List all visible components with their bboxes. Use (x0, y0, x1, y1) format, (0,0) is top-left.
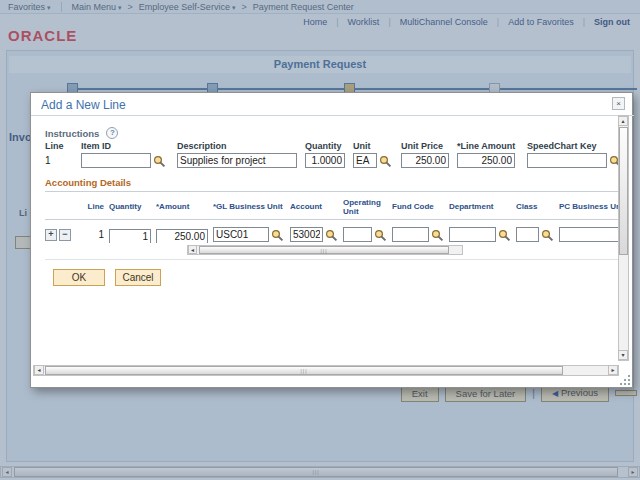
unit-lookup-icon[interactable] (379, 154, 392, 167)
col-gl-business-unit: *GL Business Unit (213, 202, 285, 211)
modal-buttons: OK Cancel (53, 269, 161, 286)
col-account: Account (290, 202, 338, 211)
field-description: Description (177, 141, 297, 168)
modal-hscroll-thumb[interactable]: ||| (45, 366, 563, 375)
row-department-input[interactable] (449, 227, 496, 242)
quantity-label: Quantity (305, 141, 345, 153)
operating-unit-lookup-icon[interactable] (374, 228, 387, 241)
line-amount-label: *Line Amount (457, 141, 519, 153)
modal-title: Add a New Line (41, 98, 126, 112)
account-lookup-icon[interactable] (325, 228, 338, 241)
row-class-input[interactable] (516, 227, 539, 242)
unit-input[interactable] (353, 153, 377, 168)
class-lookup-icon[interactable] (541, 228, 554, 241)
modal-vscroll-thumb[interactable] (619, 127, 628, 255)
col-line: Line (76, 202, 104, 211)
gl-business-unit-lookup-icon[interactable] (271, 228, 284, 241)
accounting-details-title: Accounting Details (45, 177, 619, 192)
unit-price-input[interactable] (401, 153, 449, 168)
grid-bottom-divider (45, 259, 619, 260)
description-label: Description (177, 141, 297, 153)
col-department: Department (449, 202, 511, 211)
accounting-grid-row: + − 1 (45, 226, 619, 243)
scroll-right-icon[interactable]: ▸ (608, 365, 618, 375)
row-account-input[interactable] (290, 227, 323, 242)
unit-label: Unit (353, 141, 393, 153)
screen: Favorites▾ Main Menu▾ > Employee Self-Se… (0, 0, 640, 480)
fund-code-lookup-icon[interactable] (431, 228, 444, 241)
line-amount-input[interactable] (457, 153, 515, 168)
col-fund-code: Fund Code (392, 202, 444, 211)
col-amount: *Amount (156, 202, 208, 211)
field-unit-price: Unit Price (401, 141, 449, 168)
ok-button[interactable]: OK (53, 269, 105, 286)
item-id-lookup-icon[interactable] (153, 154, 166, 167)
row-fund-code-input[interactable] (392, 227, 429, 242)
line-fields-row: Line 1 Item ID Description Quantity Unit (45, 141, 623, 168)
field-unit: Unit (353, 141, 393, 168)
row-gl-business-unit-input[interactable] (213, 227, 269, 242)
modal-hscrollbar: ◂ ||| ▸ (33, 365, 619, 376)
row-amount-input[interactable] (156, 229, 208, 244)
resize-grip[interactable] (621, 376, 630, 385)
col-class: Class (516, 202, 554, 211)
thumb-grip: ||| (200, 247, 448, 255)
row-quantity-input[interactable] (109, 229, 151, 244)
grid-hscroll-thumb[interactable]: ||| (199, 246, 449, 254)
add-row-button[interactable]: + (45, 229, 57, 241)
quantity-input[interactable] (305, 153, 345, 168)
row-line-number: 1 (76, 229, 104, 240)
row-pc-business-unit-input[interactable] (559, 227, 619, 242)
cancel-button[interactable]: Cancel (115, 269, 161, 286)
speedchart-key-label: SpeedChart Key (527, 141, 623, 153)
scroll-left-icon[interactable]: ◂ (34, 365, 44, 375)
field-line: Line 1 (45, 141, 73, 168)
department-lookup-icon[interactable] (498, 228, 511, 241)
title-divider (31, 115, 634, 116)
item-id-label: Item ID (81, 141, 169, 153)
line-label: Line (45, 141, 73, 153)
field-speedchart-key: SpeedChart Key (527, 141, 623, 168)
close-icon[interactable]: × (612, 97, 625, 110)
accounting-grid-header: Line Quantity *Amount *GL Business Unit … (45, 194, 619, 220)
item-id-input[interactable] (81, 153, 151, 168)
col-pc-business-unit: PC Business Unit (559, 202, 619, 211)
col-quantity: Quantity (109, 202, 151, 211)
row-operating-unit-input[interactable] (343, 227, 372, 242)
scroll-down-icon[interactable]: ▾ (618, 350, 628, 360)
description-input[interactable] (177, 153, 297, 168)
remove-row-button[interactable]: − (59, 229, 71, 241)
add-line-modal: Add a New Line × Instructions ? Line 1 I… (30, 92, 633, 388)
modal-vscrollbar: ▴ ▾ (618, 115, 629, 361)
field-quantity: Quantity (305, 141, 345, 168)
scroll-left-icon[interactable]: ◂ (188, 245, 197, 254)
grid-hscrollbar: ◂ ||| (187, 245, 463, 255)
instructions-label: Instructions (45, 128, 99, 139)
scroll-up-icon[interactable]: ▴ (618, 116, 628, 126)
field-line-amount: *Line Amount (457, 141, 519, 168)
unit-price-label: Unit Price (401, 141, 449, 153)
row-buttons: + − (45, 229, 71, 241)
help-icon[interactable]: ? (106, 127, 118, 139)
speedchart-key-input[interactable] (527, 153, 607, 168)
field-item-id: Item ID (81, 141, 169, 168)
instructions-row: Instructions ? (45, 127, 118, 139)
thumb-grip: ||| (46, 367, 562, 375)
line-number: 1 (45, 153, 73, 166)
col-operating-unit: Operating Unit (343, 198, 387, 216)
